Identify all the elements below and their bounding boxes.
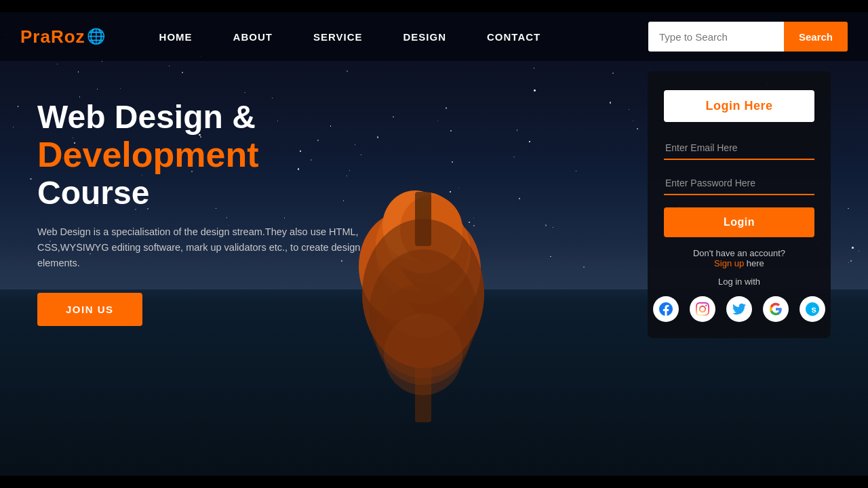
nav-links: HOME ABOUT SERVICE DESIGN CONTACT bbox=[159, 31, 648, 43]
svg-point-15 bbox=[384, 314, 462, 395]
navbar: PraRoz 🌐 HOME ABOUT SERVICE DESIGN CONTA… bbox=[0, 12, 868, 61]
skype-icon[interactable] bbox=[800, 296, 825, 322]
social-icons-group bbox=[653, 296, 825, 322]
login-button[interactable]: Login bbox=[664, 207, 814, 237]
nav-service[interactable]: SERVICE bbox=[313, 31, 363, 43]
signup-suffix: here bbox=[747, 258, 764, 268]
hero-description: Web Design is a specialisation of the de… bbox=[37, 224, 370, 272]
bottom-bar bbox=[0, 476, 868, 488]
search-area: Search bbox=[648, 22, 848, 52]
login-here-button[interactable]: Login Here bbox=[664, 90, 814, 122]
logo[interactable]: PraRoz 🌐 bbox=[20, 26, 105, 47]
top-bar bbox=[0, 0, 868, 12]
login-card: Login Here Login Don't have an account? … bbox=[648, 71, 831, 338]
nav-home[interactable]: HOME bbox=[159, 31, 193, 43]
logo-globe-icon: 🌐 bbox=[87, 28, 105, 45]
instagram-icon[interactable] bbox=[690, 296, 715, 322]
logo-text: PraRoz bbox=[20, 26, 85, 47]
password-field[interactable] bbox=[664, 172, 814, 195]
signup-link[interactable]: Sign up bbox=[714, 258, 744, 268]
google-icon[interactable] bbox=[763, 296, 789, 322]
login-with-label: Log in with bbox=[718, 277, 760, 287]
email-field[interactable] bbox=[664, 137, 814, 160]
facebook-icon[interactable] bbox=[653, 296, 679, 322]
signup-prompt: Don't have an account? Sign up here bbox=[693, 248, 785, 268]
hero-content: Web Design & Development Course Web Desi… bbox=[37, 98, 370, 326]
nav-about[interactable]: ABOUT bbox=[233, 31, 273, 43]
search-input[interactable] bbox=[648, 22, 784, 52]
hero-line1: Web Design & bbox=[37, 98, 370, 136]
hero-line3: Course bbox=[37, 174, 370, 211]
nav-contact[interactable]: CONTACT bbox=[487, 31, 540, 43]
hero-line2: Development bbox=[37, 136, 370, 174]
join-us-button[interactable]: JOIN US bbox=[37, 293, 142, 326]
search-button[interactable]: Search bbox=[784, 22, 848, 52]
nav-design[interactable]: DESIGN bbox=[403, 31, 447, 43]
twitter-icon[interactable] bbox=[726, 296, 752, 322]
no-account-text: Don't have an account? bbox=[693, 248, 785, 258]
